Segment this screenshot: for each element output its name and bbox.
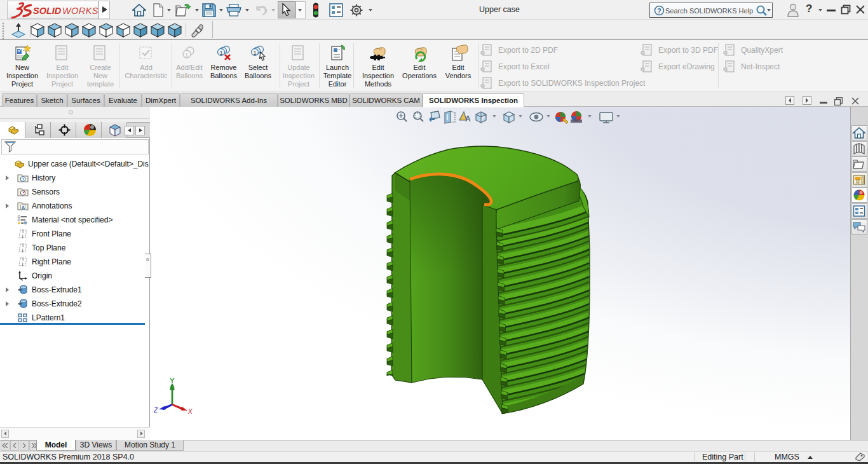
svg-text:Z: Z (154, 407, 158, 414)
svg-text:X: X (187, 408, 193, 414)
svg-text:SOLID: SOLID (33, 6, 62, 16)
svg-text:1: 1 (186, 52, 189, 58)
svg-text:1: 1 (254, 50, 257, 56)
svg-text:WORKS: WORKS (62, 6, 98, 16)
svg-text:A: A (22, 205, 25, 210)
svg-text:A: A (465, 114, 471, 123)
svg-text:?: ? (657, 7, 661, 15)
svg-text:1: 1 (220, 50, 223, 56)
